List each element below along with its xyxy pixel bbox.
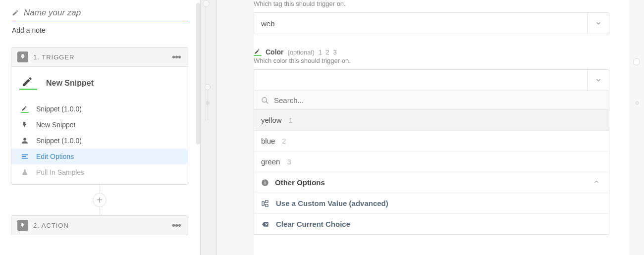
dropdown-item-label: yellow <box>261 116 282 124</box>
dropdown-item-blue[interactable]: blue 2 <box>254 131 609 152</box>
action-card[interactable]: 2. ACTION ••• <box>11 215 188 235</box>
action-icon <box>17 220 28 231</box>
info-icon <box>261 179 269 187</box>
dropdown-item-label: blue <box>261 137 275 145</box>
dropdown-other-options[interactable]: Other Options <box>254 172 609 193</box>
tag-select[interactable]: web <box>254 12 609 34</box>
tag-value: web <box>254 19 587 28</box>
sidebar: Add a note 1. TRIGGER ••• New Snippet <box>0 0 200 255</box>
vertical-divider <box>200 0 217 255</box>
color-dropdown: yellow 1 blue 2 green 3 Other Options <box>254 91 609 235</box>
trigger-sub-options-label: Edit Options <box>36 153 74 160</box>
dropdown-other-label: Other Options <box>275 178 325 187</box>
tag-caret[interactable] <box>587 13 609 34</box>
dropdown-item-yellow[interactable]: yellow 1 <box>254 110 609 131</box>
trigger-sub-event-label: New Snippet <box>36 121 75 129</box>
color-caret[interactable] <box>587 70 609 91</box>
dropdown-item-idx: 1 <box>289 116 293 124</box>
custom-value-icon <box>261 200 269 207</box>
action-label: 2. ACTION <box>33 222 69 229</box>
color-nums: 1 2 3 <box>319 49 338 56</box>
pencil-icon <box>254 49 262 56</box>
action-card-header[interactable]: 2. ACTION ••• <box>11 216 188 235</box>
gutter <box>217 0 254 255</box>
trigger-sub-app[interactable]: Snippet (1.0.0) <box>11 101 188 117</box>
trigger-sublist: Snippet (1.0.0) New Snippet Snippet (1.0… <box>11 99 188 184</box>
dropdown-item-green[interactable]: green 3 <box>254 152 609 172</box>
dropdown-clear-choice[interactable]: Clear Current Choice <box>254 214 609 234</box>
dropdown-custom-value[interactable]: Use a Custom Value (advanced) <box>254 193 609 214</box>
dropdown-clear-label: Clear Current Choice <box>276 220 350 228</box>
svg-rect-6 <box>265 182 265 184</box>
dropdown-search[interactable] <box>254 91 609 110</box>
tag-help: Which tag this should trigger on. <box>254 0 609 7</box>
add-step-button[interactable]: + <box>93 193 107 207</box>
dropdown-custom-label: Use a Custom Value (advanced) <box>276 199 388 207</box>
flask-icon <box>20 169 29 176</box>
clear-icon <box>261 220 269 228</box>
pencil-icon <box>20 105 29 113</box>
zap-name-row[interactable] <box>12 8 188 21</box>
trigger-sub-event[interactable]: New Snippet <box>11 117 188 133</box>
trigger-sub-samples-label: Pull In Samples <box>36 168 84 176</box>
add-note-link[interactable]: Add a note <box>12 26 188 34</box>
trigger-sub-account[interactable]: Snippet (1.0.0) <box>11 133 188 149</box>
zap-name-input[interactable] <box>24 8 188 18</box>
dropdown-item-idx: 3 <box>287 157 291 166</box>
svg-rect-8 <box>262 202 264 205</box>
color-label-row: Color (optional) 1 2 3 <box>254 48 609 57</box>
trigger-card: 1. TRIGGER ••• New Snippet Snippet (1.0.… <box>11 47 188 185</box>
search-icon <box>261 97 269 104</box>
color-label: Color <box>266 48 284 56</box>
dropdown-item-idx: 2 <box>282 137 286 145</box>
svg-point-3 <box>262 98 267 102</box>
chevron-up-icon <box>593 178 600 187</box>
user-icon <box>20 137 29 144</box>
app-icon <box>19 76 37 90</box>
trigger-main: New Snippet <box>11 67 188 99</box>
bolt-icon <box>20 121 29 128</box>
trigger-label: 1. TRIGGER <box>33 53 74 61</box>
trigger-icon <box>17 51 28 62</box>
trigger-card-header[interactable]: 1. TRIGGER ••• <box>11 48 188 67</box>
color-help: Which color this should trigger on. <box>254 57 609 64</box>
svg-rect-9 <box>266 201 268 203</box>
pencil-icon <box>12 9 19 16</box>
color-select[interactable] <box>254 69 609 91</box>
dropdown-search-input[interactable] <box>274 96 602 104</box>
trigger-sub-account-label: Snippet (1.0.0) <box>36 137 82 145</box>
svg-line-4 <box>266 102 268 103</box>
trigger-sub-options[interactable]: Edit Options <box>11 149 188 164</box>
options-panel: Which tag this should trigger on. web Co… <box>254 0 629 255</box>
options-icon <box>20 153 29 160</box>
svg-rect-7 <box>265 181 265 181</box>
dropdown-item-label: green <box>261 157 280 166</box>
right-gutter <box>629 0 644 255</box>
step-connector: + <box>11 185 188 215</box>
svg-rect-10 <box>266 204 268 206</box>
color-optional: (optional) <box>288 49 315 56</box>
sidebar-scrollbar[interactable] <box>196 3 200 145</box>
trigger-sub-samples[interactable]: Pull In Samples <box>11 164 188 180</box>
trigger-sub-app-label: Snippet (1.0.0) <box>36 105 82 113</box>
trigger-app-name: New Snippet <box>46 79 94 88</box>
